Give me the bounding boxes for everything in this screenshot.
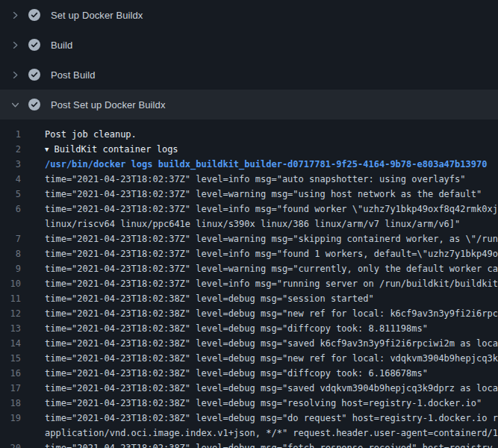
log-line-number: 19 (0, 411, 21, 426)
log-text: time="2021-04-23T18:02:38Z" level=debug … (45, 441, 498, 448)
log-line-number: 2 (0, 142, 21, 157)
log-line-number (0, 217, 21, 231)
log-line: 19time="2021-04-23T18:02:38Z" level=debu… (0, 411, 498, 426)
log-text: time="2021-04-23T18:02:37Z" level=info m… (45, 276, 498, 291)
log-line-number: 15 (0, 351, 21, 366)
log-command-text[interactable]: /usr/bin/docker logs buildx_buildkit_bui… (45, 157, 487, 172)
log-line: 18time="2021-04-23T18:02:38Z" level=debu… (0, 396, 498, 411)
log-line-number: 20 (0, 441, 21, 448)
log-line-number: 13 (0, 321, 21, 336)
check-circle-icon (28, 9, 40, 21)
chevron-right-icon[interactable] (10, 70, 24, 80)
step-header-post-build[interactable]: Post Build (0, 60, 498, 90)
log-line-number: 10 (0, 276, 21, 291)
log-line-number: 6 (0, 202, 21, 217)
log-text: time="2021-04-23T18:02:38Z" level=debug … (45, 366, 428, 381)
log-line-continuation: application/vnd.oci.image.index.v1+json,… (0, 426, 498, 441)
log-text: time="2021-04-23T18:02:38Z" level=debug … (45, 396, 482, 411)
log-line: 5time="2021-04-23T18:02:37Z" level=warni… (0, 187, 498, 202)
log-text: time="2021-04-23T18:02:38Z" level=debug … (45, 291, 374, 306)
log-line: 8time="2021-04-23T18:02:37Z" level=info … (0, 246, 498, 261)
log-text: time="2021-04-23T18:02:37Z" level=warnin… (45, 187, 482, 202)
step-label: Set up Docker Buildx (51, 10, 143, 21)
log-line-number: 9 (0, 261, 21, 276)
log-text: time="2021-04-23T18:02:38Z" level=debug … (45, 306, 498, 321)
log-text: time="2021-04-23T18:02:37Z" level=warnin… (45, 231, 498, 246)
chevron-right-icon[interactable] (10, 10, 24, 20)
log-line: 6time="2021-04-23T18:02:37Z" level=info … (0, 202, 498, 217)
log-line: 12time="2021-04-23T18:02:38Z" level=debu… (0, 306, 498, 321)
log-line: 20time="2021-04-23T18:02:38Z" level=debu… (0, 441, 498, 448)
log-line: 10time="2021-04-23T18:02:37Z" level=info… (0, 276, 498, 291)
log-line-number: 5 (0, 187, 21, 202)
log-line: 9time="2021-04-23T18:02:37Z" level=warni… (0, 261, 498, 276)
log-line: 4time="2021-04-23T18:02:37Z" level=info … (0, 172, 498, 187)
log-line: 7time="2021-04-23T18:02:37Z" level=warni… (0, 231, 498, 246)
log-line: 2▼BuildKit container logs (0, 142, 498, 157)
chevron-right-icon[interactable] (10, 40, 24, 50)
log-text: time="2021-04-23T18:02:37Z" level=info m… (45, 202, 498, 217)
log-text: time="2021-04-23T18:02:37Z" level=warnin… (45, 261, 498, 276)
log-line-number: 4 (0, 172, 21, 187)
check-circle-icon (28, 99, 40, 111)
log-text: time="2021-04-23T18:02:38Z" level=debug … (45, 381, 498, 396)
log-line-number: 8 (0, 246, 21, 261)
log-group-title: BuildKit container logs (54, 144, 178, 155)
log-line: 14time="2021-04-23T18:02:38Z" level=debu… (0, 336, 498, 351)
check-circle-icon (28, 69, 40, 81)
log-line: 17time="2021-04-23T18:02:38Z" level=debu… (0, 381, 498, 396)
log-panel[interactable]: 1Post job cleanup.2▼BuildKit container l… (0, 119, 498, 448)
log-line: 15time="2021-04-23T18:02:38Z" level=debu… (0, 351, 498, 366)
log-line: 16time="2021-04-23T18:02:38Z" level=debu… (0, 366, 498, 381)
log-text: time="2021-04-23T18:02:38Z" level=debug … (45, 321, 428, 336)
log-line-number: 11 (0, 291, 21, 306)
log-text: time="2021-04-23T18:02:38Z" level=debug … (45, 411, 498, 426)
log-text-wrapped: application/vnd.oci.image.index.v1+json,… (45, 426, 498, 441)
log-line-number (0, 426, 21, 441)
step-label: Build (51, 40, 72, 51)
step-label: Post Set up Docker Buildx (51, 99, 166, 111)
log-line-continuation: linux/riscv64 linux/ppc641e linux/s390x … (0, 217, 498, 231)
log-text: time="2021-04-23T18:02:37Z" level=info m… (45, 172, 466, 187)
log-line-number: 16 (0, 366, 21, 381)
chevron-down-icon[interactable] (10, 100, 24, 110)
log-text: time="2021-04-23T18:02:38Z" level=debug … (45, 351, 498, 366)
log-text: Post job cleanup. (45, 127, 137, 142)
steps-list: Set up Docker BuildxBuildPost BuildPost … (0, 0, 498, 119)
actions-log-viewer: Set up Docker BuildxBuildPost BuildPost … (0, 0, 498, 448)
log-text-wrapped: linux/riscv64 linux/ppc641e linux/s390x … (45, 217, 460, 231)
step-header-post-set-up-docker-buildx[interactable]: Post Set up Docker Buildx (0, 90, 498, 119)
log-line-number: 3 (0, 157, 21, 172)
log-line-number: 12 (0, 306, 21, 321)
log-line-number: 1 (0, 127, 21, 142)
log-line-number: 14 (0, 336, 21, 351)
log-text: time="2021-04-23T18:02:38Z" level=debug … (45, 336, 498, 351)
log-line-number: 17 (0, 381, 21, 396)
step-label: Post Build (51, 69, 96, 81)
log-line-number: 7 (0, 231, 21, 246)
group-collapse-icon[interactable]: ▼ (45, 142, 49, 157)
step-header-build[interactable]: Build (0, 30, 498, 60)
log-group-header[interactable]: ▼BuildKit container logs (45, 142, 178, 157)
log-text: time="2021-04-23T18:02:37Z" level=info m… (45, 246, 498, 261)
log-line-number: 18 (0, 396, 21, 411)
log-line: 11time="2021-04-23T18:02:38Z" level=debu… (0, 291, 498, 306)
log-line: 13time="2021-04-23T18:02:38Z" level=debu… (0, 321, 498, 336)
check-circle-icon (28, 39, 40, 51)
step-header-set-up-docker-buildx[interactable]: Set up Docker Buildx (0, 0, 498, 30)
log-line: 3/usr/bin/docker logs buildx_buildkit_bu… (0, 157, 498, 172)
log-line: 1Post job cleanup. (0, 127, 498, 142)
